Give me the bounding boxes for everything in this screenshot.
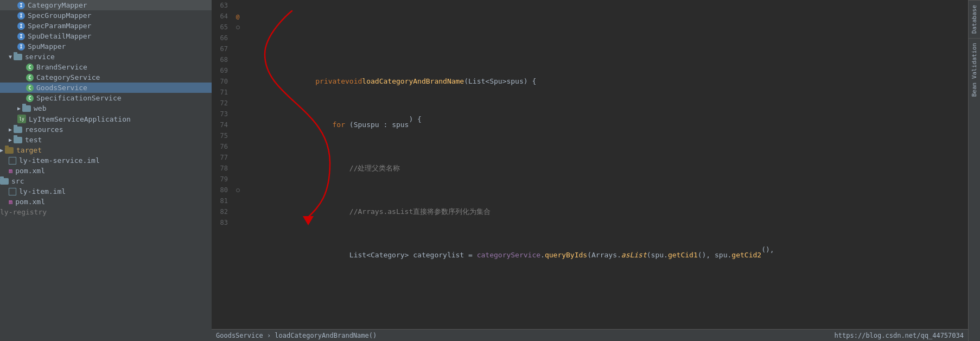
- gutter-74: [232, 119, 243, 130]
- folder-icon: [22, 105, 31, 112]
- folder-icon: [0, 178, 9, 185]
- tree-item-label: ly-item-service.iml: [19, 156, 100, 165]
- code-line-63: [247, 33, 968, 43]
- tree-item-brandService[interactable]: C BrandService: [0, 62, 212, 72]
- comment-67: //Arrays.asList直接将参数序列化为集合: [349, 206, 491, 217]
- tree-item-label: pom.xml: [15, 198, 45, 206]
- tree-item-service[interactable]: ▼ service: [0, 52, 212, 62]
- gutter-83: [232, 217, 243, 228]
- line-num-67: 67: [212, 43, 228, 54]
- kw-private: private: [315, 76, 345, 87]
- folder-icon-dark: [5, 147, 14, 154]
- fn-loadCategoryAndBrandName: loadCategoryAndBrandName: [362, 76, 464, 87]
- type-spu2: Spu: [354, 119, 366, 130]
- gutter-71: [232, 87, 243, 98]
- gutter-64-at: @: [232, 11, 243, 22]
- tree-item-label: SpecParamMapper: [28, 22, 91, 30]
- paren-close: ) {: [524, 76, 536, 87]
- tree-item-web[interactable]: ▶ web: [0, 103, 212, 113]
- gutter-81: [232, 195, 243, 206]
- gutter-69: [232, 65, 243, 76]
- line-num-68: 68: [212, 54, 228, 65]
- status-bar: GoodsService › loadCategoryAndBrandName(…: [212, 329, 968, 341]
- arrow-down-icon: ▼: [9, 54, 12, 60]
- code-line-66: //处理父类名称: [247, 163, 968, 174]
- tree-item-ly-registry[interactable]: ly-registry: [0, 207, 212, 217]
- tree-item-label: test: [25, 136, 42, 144]
- code-lines[interactable]: private void loadCategoryAndBrandName(Li…: [243, 0, 968, 329]
- tree-item-ly-item-iml[interactable]: ly-item.iml: [0, 186, 212, 197]
- var-spu: spu: [366, 119, 379, 130]
- tree-item-specParamMapper[interactable]: I SpecParamMapper: [0, 21, 212, 31]
- database-panel-tab[interactable]: Database: [969, 0, 980, 38]
- bean-validation-panel-tab[interactable]: Bean Validation: [969, 38, 980, 101]
- tree-item-label: CategoryService: [36, 73, 100, 81]
- comment-66: //处理父类名称: [349, 163, 400, 174]
- tree-item-label: GoodsService: [36, 84, 87, 92]
- gutter-77: [232, 152, 243, 163]
- angle: <: [485, 76, 489, 87]
- arrow-right-icon: ▶: [9, 137, 12, 143]
- iml-icon: [9, 157, 16, 165]
- gutter-82: [232, 206, 243, 217]
- code-line-68: List<Category> categorylist = categorySe…: [247, 250, 968, 261]
- fn-getCid2: getCid2: [731, 250, 761, 261]
- param-spu3: spu: [715, 250, 727, 261]
- tree-item-spuMapper[interactable]: I SpuMapper: [0, 41, 212, 52]
- tree-item-label: ly-item.iml: [19, 187, 66, 195]
- tree-item-pom-xml-2[interactable]: m pom.xml: [0, 197, 212, 207]
- class-icon: C: [26, 64, 34, 71]
- line-num-64: 64: [212, 11, 228, 22]
- paren: (: [464, 76, 468, 87]
- tree-item-goodsService[interactable]: C GoodsService: [0, 83, 212, 93]
- line-num-78: 78: [212, 163, 228, 174]
- gutter-79: [232, 174, 243, 185]
- breakpoint-80: [236, 188, 240, 192]
- line-num-71: 71: [212, 87, 228, 98]
- tree-item-target[interactable]: ▶ target: [0, 145, 212, 155]
- type-spu: Spu: [489, 76, 502, 87]
- type-list: List: [468, 76, 485, 87]
- tree-item-pom-xml-1[interactable]: m pom.xml: [0, 166, 212, 176]
- tree-item-src[interactable]: src: [0, 176, 212, 186]
- tree-item-label: target: [16, 146, 42, 154]
- tree-item-test[interactable]: ▶ test: [0, 135, 212, 145]
- tree-item-categoryService[interactable]: C CategoryService: [0, 72, 212, 83]
- tree-item-spuDetailMapper[interactable]: I SpuDetailMapper: [0, 31, 212, 41]
- tree-item-resources[interactable]: ▶ resources: [0, 124, 212, 135]
- tree-item-categoryMapper[interactable]: I CategoryMapper: [0, 0, 212, 10]
- code-line-69: [247, 293, 968, 304]
- gutter-75: [232, 130, 243, 141]
- interface-icon: I: [17, 33, 25, 40]
- fn-queryByIds: queryByIds: [545, 250, 587, 261]
- tree-item-specGroupMapper[interactable]: I SpecGroupMapper: [0, 10, 212, 21]
- main-panel: 63 64 65 66 67 68 69 70 71 72 73 74 75 7…: [212, 0, 968, 341]
- tree-item-specificationService[interactable]: C SpecificationService: [0, 93, 212, 103]
- line-num-82: 82: [212, 206, 228, 217]
- line-num-75: 75: [212, 130, 228, 141]
- kw-void: void: [345, 76, 362, 87]
- right-side-panels: Database Bean Validation: [968, 0, 980, 341]
- line-num-74: 74: [212, 119, 228, 130]
- type-list2: List: [349, 250, 366, 261]
- tree-item-lyItemServiceApplication[interactable]: ly LyItemServiceApplication: [0, 113, 212, 124]
- field-categoryService: categoryService: [477, 250, 540, 261]
- arrow-right-icon: ▶: [17, 105, 21, 111]
- tree-item-label: service: [25, 53, 55, 61]
- gutter-80: [232, 185, 243, 195]
- breakpoint-65: [236, 26, 240, 29]
- tree-item-ly-item-service-iml[interactable]: ly-item-service.iml: [0, 155, 212, 166]
- gutter-67: [232, 43, 243, 54]
- code-lines-wrapper: private void loadCategoryAndBrandName(Li…: [243, 0, 968, 329]
- line-num-69: 69: [212, 65, 228, 76]
- class-arrays: Arrays: [591, 250, 617, 261]
- gutter: @: [232, 0, 243, 329]
- tree-item-label: LyItemServiceApplication: [29, 115, 131, 123]
- arrow-right-icon: ▶: [9, 127, 12, 132]
- gutter-68: [232, 54, 243, 65]
- code-editor: 63 64 65 66 67 68 69 70 71 72 73 74 75 7…: [212, 0, 968, 329]
- tree-item-label: resources: [25, 125, 63, 134]
- param-spus: spus: [506, 76, 523, 87]
- line-num-76: 76: [212, 141, 228, 152]
- tree-item-label: src: [11, 177, 24, 185]
